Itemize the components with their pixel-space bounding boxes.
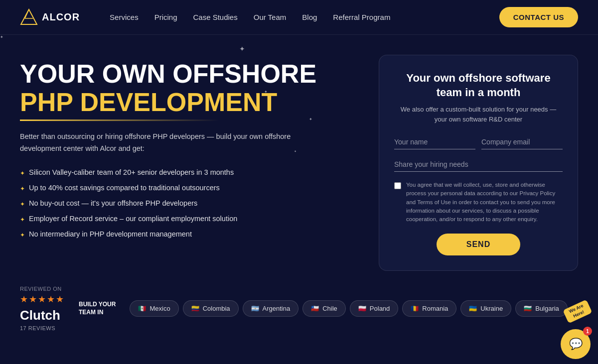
flag-colombia: 🇨🇴 [191,305,199,312]
consent-row: You agree that we will collect, use, sto… [394,181,563,224]
main-content: ✦ ✦ ✦ ✦ ✦ YOUR OWN OFFSHORE PHP DEVELOPM… [0,35,598,281]
nav-links: Services Pricing Case Studies Our Team B… [110,13,499,22]
hero-left: YOUR OWN OFFSHORE PHP DEVELOPMENT Better… [20,55,359,271]
nav-blog[interactable]: Blog [302,13,317,21]
flag-argentina: 🇦🇷 [251,305,259,312]
feature-list: ✦ Silicon Valley-caliber team of 20+ sen… [20,168,359,239]
star-1: ★ [20,294,28,305]
consent-checkbox[interactable] [394,182,401,189]
nav-referral[interactable]: Referral Program [333,13,390,21]
navbar: ALCOR Services Pricing Case Studies Our … [0,0,598,35]
send-button[interactable]: SEND [437,234,520,255]
country-ukraine[interactable]: 🇺🇦 Ukraine [460,300,511,317]
label-argentina: Argentina [263,305,291,312]
star-4: ★ [47,294,55,305]
hero-title-line2: PHP DEVELOPMENT [20,88,359,117]
flag-ukraine: 🇺🇦 [469,305,477,312]
feature-2: ✦ Up to 40% cost savings compared to tra… [20,184,359,192]
label-romania: Romania [422,305,448,312]
diamond-icon-4: ✦ [20,216,25,223]
nav-case-studies[interactable]: Case Studies [193,13,238,21]
flag-romania: 🇷🇴 [411,305,419,312]
hero-title-line1: YOUR OWN OFFSHORE [20,59,316,88]
country-chile[interactable]: 🇨🇱 Chile [302,300,346,317]
label-chile: Chile [322,305,337,312]
flag-bulgaria: 🇧🇬 [524,305,532,312]
nav-services[interactable]: Services [110,13,139,21]
country-pills: 🇲🇽 Mexico 🇨🇴 Colombia 🇦🇷 Argentina 🇨🇱 Ch… [130,300,567,317]
country-romania[interactable]: 🇷🇴 Romania [402,300,456,317]
label-mexico: Mexico [150,305,170,312]
email-input[interactable] [481,135,563,149]
consent-text: You agree that we will collect, use, sto… [406,181,563,224]
star-3: ★ [38,294,46,305]
diamond-icon-3: ✦ [20,201,25,208]
name-input[interactable] [394,135,475,149]
contact-card: Your own offshore software team in a mon… [379,55,578,271]
country-poland[interactable]: 🇵🇱 Poland [350,300,398,317]
country-mexico[interactable]: 🇲🇽 Mexico [130,300,178,317]
clutch-name: Clutch [20,308,64,323]
hero-title: YOUR OWN OFFSHORE PHP DEVELOPMENT [20,60,359,117]
hero-subtext: Better than outsourcing or hiring offsho… [20,131,299,154]
bottom-bar: REVIEWED ON ★ ★ ★ ★ ★ Clutch 17 REVIEWS … [0,281,598,331]
diamond-icon-1: ✦ [20,170,25,177]
chat-widget-button[interactable]: 💬 1 [561,329,591,359]
nav-pricing[interactable]: Pricing [154,13,177,21]
nav-our-team[interactable]: Our Team [254,13,287,21]
card-subtitle: We also offer a custom-built solution fo… [394,105,563,124]
deco-star-1: ✦ [239,45,245,53]
feature-3: ✦ No buy-out cost — it's your offshore P… [20,199,359,208]
card-container: Your own offshore software team in a mon… [379,55,578,271]
diamond-icon-2: ✦ [20,185,25,192]
feature-4: ✦ Employer of Record service – our compl… [20,215,359,223]
label-bulgaria: Bulgaria [535,305,559,312]
label-ukraine: Ukraine [480,305,503,312]
flag-chile: 🇨🇱 [311,305,319,312]
reviewed-on-label: REVIEWED ON [20,286,64,292]
card-title: Your own offshore software team in a mon… [394,71,563,100]
flag-poland: 🇵🇱 [358,305,366,312]
contact-us-button[interactable]: CONTACT US [499,7,578,27]
build-label: BUILD YOURTEAM IN [79,301,116,316]
svg-line-1 [25,9,29,18]
reviews-count: 17 REVIEWS [20,325,64,331]
form-name-email-row [394,135,563,149]
deco-star-5: ✦ [0,35,3,39]
country-bulgaria[interactable]: 🇧🇬 Bulgaria [515,300,568,317]
feature-5: ✦ No intermediary in PHP development man… [20,230,359,239]
logo-text: ALCOR [42,11,80,23]
diamond-icon-5: ✦ [20,232,25,239]
hiring-needs-input[interactable] [394,157,563,172]
stars-row: ★ ★ ★ ★ ★ [20,294,64,305]
feature-1: ✦ Silicon Valley-caliber team of 20+ sen… [20,168,359,177]
country-colombia[interactable]: 🇨🇴 Colombia [183,300,239,317]
svg-marker-0 [21,9,37,24]
star-2: ★ [29,294,37,305]
star-5: ★ [56,294,64,305]
label-colombia: Colombia [203,305,230,312]
label-poland: Poland [370,305,390,312]
title-underline [20,120,219,121]
country-argentina[interactable]: 🇦🇷 Argentina [243,300,299,317]
clutch-section: REVIEWED ON ★ ★ ★ ★ ★ Clutch 17 REVIEWS [20,286,64,331]
flag-mexico: 🇲🇽 [138,305,146,312]
logo[interactable]: ALCOR [20,8,80,26]
